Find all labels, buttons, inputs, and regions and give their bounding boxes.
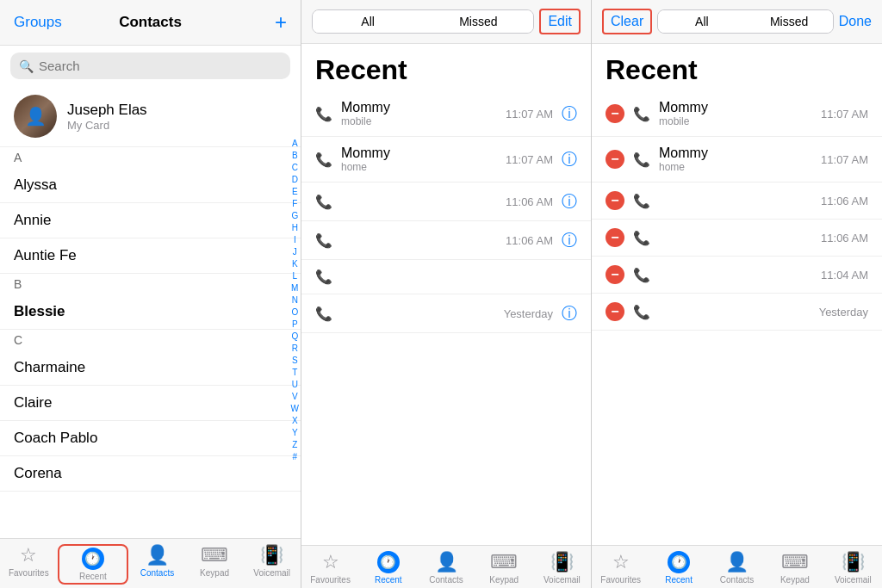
recent-panel: All Missed Edit Recent 📞 Mommy mobile 11…	[301, 0, 592, 588]
recent-list: 📞 Mommy mobile 11:07 AM ⓘ 📞 Mommy home 1…	[301, 91, 591, 545]
voicemail-icon: 📳	[550, 551, 574, 573]
list-item[interactable]: Claire	[0, 386, 301, 421]
phone-icon: 📞	[633, 267, 650, 283]
contacts-title: Contacts	[105, 14, 196, 31]
recent-row-time: 11:07 AM	[821, 108, 868, 121]
star-icon: ☆	[612, 551, 630, 573]
recent-row-time: 11:07 AM	[506, 108, 553, 121]
tab-keypad-label: Keypad	[200, 568, 229, 578]
recent-row-time: 11:07 AM	[821, 153, 868, 166]
recent-row-info: Mommy mobile	[341, 100, 497, 127]
recent-row[interactable]: 📞 11:06 AM ⓘ	[301, 221, 591, 260]
recent-row-time: 11:04 AM	[821, 269, 868, 282]
tab-keypad[interactable]: ⌨ Keypad	[475, 551, 533, 585]
tab-favourites-label: Favourites	[310, 575, 351, 585]
tab-keypad-label: Keypad	[780, 575, 810, 585]
tab-keypad[interactable]: ⌨ Keypad	[186, 544, 244, 585]
recent-row[interactable]: 📞 Mommy mobile 11:07 AM ⓘ	[301, 91, 591, 137]
section-header-b: B	[0, 274, 301, 294]
list-item[interactable]: Alyssa	[0, 168, 301, 203]
star-icon: ☆	[20, 544, 37, 566]
recent-title: Recent	[301, 44, 591, 91]
search-input[interactable]	[39, 59, 282, 73]
recent-row-sub: mobile	[659, 115, 812, 127]
recent-row-time: 11:06 AM	[821, 232, 868, 244]
tab-recent[interactable]: 🕐 Recent	[58, 544, 129, 585]
phone-icon: 📞	[315, 306, 332, 322]
delete-button[interactable]: −	[606, 265, 624, 284]
tab-recent[interactable]: 🕐 Recent	[359, 551, 417, 585]
tab-favourites[interactable]: ☆ Favourites	[301, 551, 359, 585]
section-header-a: A	[0, 147, 301, 168]
phone-icon: 📞	[315, 269, 332, 285]
recent-row-name: Mommy	[659, 145, 812, 161]
info-button[interactable]: ⓘ	[562, 149, 577, 170]
list-item[interactable]: Annie	[0, 203, 301, 238]
seg-edit-missed-button[interactable]: Missed	[746, 10, 833, 33]
tab-favourites[interactable]: ☆ Favourites	[592, 551, 649, 585]
recent-edit-row: − 📞 11:04 AM	[592, 257, 882, 294]
my-card-info: Juseph Elas My Card	[67, 102, 147, 132]
done-button[interactable]: Done	[839, 14, 872, 29]
tab-voicemail[interactable]: 📳 Voicemail	[824, 551, 882, 585]
delete-button[interactable]: −	[606, 150, 624, 169]
tab-voicemail[interactable]: 📳 Voicemail	[243, 544, 301, 585]
recent-edit-segment-control: All Missed	[657, 9, 834, 34]
contacts-icon: 👤	[146, 544, 169, 566]
tab-recent[interactable]: 🕐 Recent	[649, 551, 707, 585]
list-item[interactable]: Charmaine	[0, 350, 301, 386]
phone-icon: 📞	[633, 230, 650, 246]
list-item[interactable]: Coach Pablo	[0, 421, 301, 456]
list-item[interactable]: Corena	[0, 456, 301, 492]
add-contact-button[interactable]: +	[196, 10, 287, 34]
recent-segment-control: All Missed	[312, 9, 534, 34]
delete-button[interactable]: −	[606, 191, 624, 210]
tab-keypad[interactable]: ⌨ Keypad	[766, 551, 823, 585]
recent-row-name: Mommy	[341, 100, 497, 115]
recent-row-name: Mommy	[659, 100, 812, 115]
recent-row-sub: home	[659, 161, 812, 173]
seg-all-button[interactable]: All	[313, 10, 423, 33]
list-item[interactable]: Blessie	[0, 294, 301, 330]
recent-edit-row: − 📞 Mommy mobile 11:07 AM	[592, 91, 882, 137]
tab-favourites[interactable]: ☆ Favourites	[0, 544, 58, 585]
seg-edit-all-button[interactable]: All	[658, 10, 745, 33]
tab-contacts-label: Contacts	[429, 575, 463, 585]
info-button[interactable]: ⓘ	[562, 103, 577, 124]
recent-row[interactable]: 📞 Mommy home 11:07 AM ⓘ	[301, 137, 591, 183]
delete-button[interactable]: −	[606, 104, 624, 123]
contacts-icon: 👤	[725, 551, 748, 573]
recent-row-info: Mommy home	[341, 145, 497, 173]
delete-button[interactable]: −	[606, 228, 624, 247]
recent-row-info: Mommy home	[659, 145, 812, 173]
keypad-icon: ⌨	[490, 551, 518, 573]
info-button[interactable]: ⓘ	[562, 191, 577, 212]
search-bar[interactable]: 🔍	[10, 53, 290, 79]
recent-edit-row: − 📞 11:06 AM	[592, 220, 882, 257]
seg-missed-button[interactable]: Missed	[423, 10, 533, 33]
clear-button[interactable]: Clear	[602, 9, 652, 34]
info-button[interactable]: ⓘ	[562, 303, 577, 324]
tab-keypad-label: Keypad	[489, 575, 519, 585]
tab-contacts[interactable]: 👤 Contacts	[417, 551, 475, 585]
phone-icon: 📞	[633, 152, 650, 168]
tab-voicemail[interactable]: 📳 Voicemail	[533, 551, 591, 585]
delete-button[interactable]: −	[606, 302, 624, 321]
phone-icon: 📞	[315, 152, 332, 168]
tab-recent-label: Recent	[665, 575, 693, 585]
groups-button[interactable]: Groups	[14, 14, 105, 31]
recent-row[interactable]: 📞 11:06 AM ⓘ	[301, 183, 591, 221]
tab-contacts[interactable]: 👤 Contacts	[128, 544, 186, 585]
my-card-name: Juseph Elas	[67, 102, 147, 119]
list-item[interactable]: Auntie Fe	[0, 238, 301, 274]
phone-icon: 📞	[633, 106, 650, 122]
recent-row[interactable]: 📞 Yesterday ⓘ	[301, 294, 591, 333]
tab-favourites-label: Favourites	[600, 575, 641, 585]
info-button[interactable]: ⓘ	[562, 230, 577, 251]
recent-row-time: 11:07 AM	[506, 153, 553, 166]
tab-contacts[interactable]: 👤 Contacts	[708, 551, 766, 585]
recent-row[interactable]: 📞	[301, 260, 591, 294]
phone-icon: 📞	[633, 193, 650, 209]
my-card-row[interactable]: 👤 Juseph Elas My Card	[0, 86, 301, 147]
edit-button[interactable]: Edit	[539, 9, 581, 34]
